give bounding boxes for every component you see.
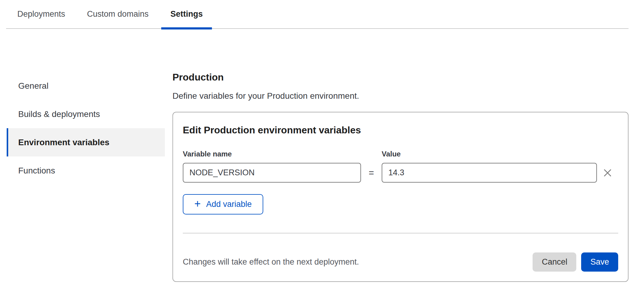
variable-name-field-group: Variable name: [183, 150, 361, 183]
remove-variable-button[interactable]: [597, 163, 618, 183]
tab-deployments[interactable]: Deployments: [8, 0, 74, 28]
cancel-button[interactable]: Cancel: [533, 252, 576, 272]
settings-sidebar: General Builds & deployments Environment…: [7, 72, 165, 185]
save-button[interactable]: Save: [581, 252, 618, 272]
card-title: Edit Production environment variables: [183, 125, 618, 136]
sidebar-item-builds-deployments[interactable]: Builds & deployments: [7, 100, 165, 128]
footer-actions: Cancel Save: [533, 252, 618, 272]
sidebar-item-functions[interactable]: Functions: [7, 156, 165, 185]
page-subtitle: Define variables for your Production env…: [172, 91, 629, 101]
environment-variables-panel: Production Define variables for your Pro…: [172, 72, 629, 282]
sidebar-item-general[interactable]: General: [7, 72, 165, 100]
page-title: Production: [172, 72, 629, 83]
close-icon: [602, 167, 613, 178]
card-footer: Changes will take effect on the next dep…: [183, 252, 618, 272]
variable-value-input[interactable]: [382, 163, 597, 183]
add-variable-button[interactable]: + Add variable: [183, 194, 263, 214]
variable-name-input[interactable]: [183, 163, 361, 183]
project-tabbar: Deployments Custom domains Settings: [6, 0, 629, 29]
settings-content: General Builds & deployments Environment…: [0, 72, 644, 282]
card-divider: [183, 233, 618, 234]
plus-icon: +: [194, 198, 201, 209]
variable-value-label: Value: [382, 150, 597, 158]
equals-sign: =: [361, 163, 382, 183]
tab-custom-domains[interactable]: Custom domains: [78, 0, 158, 28]
variable-value-field-group: Value: [382, 150, 597, 183]
tab-settings[interactable]: Settings: [161, 0, 212, 28]
add-variable-label: Add variable: [206, 200, 252, 209]
edit-variables-card: Edit Production environment variables Va…: [172, 112, 629, 282]
footer-note: Changes will take effect on the next dep…: [183, 257, 359, 267]
variable-row: Variable name = Value: [183, 150, 618, 183]
variable-name-label: Variable name: [183, 150, 361, 158]
sidebar-item-environment-variables[interactable]: Environment variables: [7, 128, 165, 156]
